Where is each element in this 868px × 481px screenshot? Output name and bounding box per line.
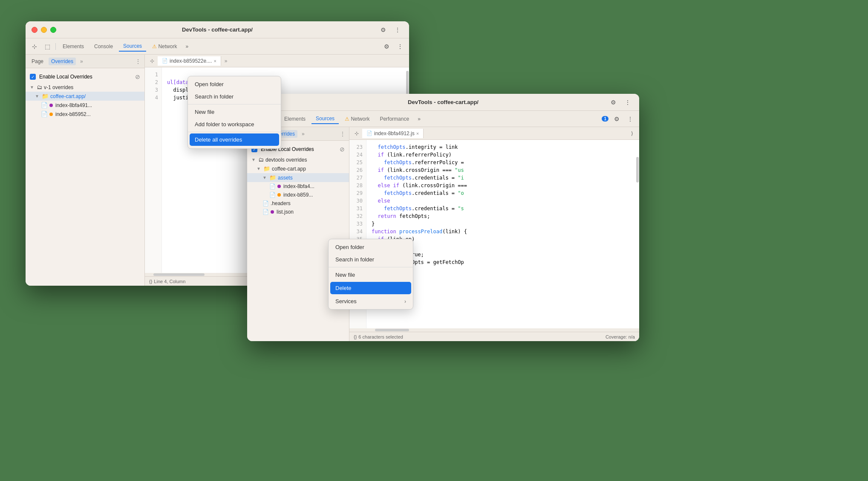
dot-purple1-front bbox=[277, 185, 281, 188]
tab-more-front[interactable]: » bbox=[415, 114, 423, 124]
close-button-back[interactable] bbox=[32, 27, 37, 33]
toolbar-front: ⊹ ⬚ Elements Sources ⚠ Network Performan… bbox=[247, 111, 639, 127]
editor-tab-close-front[interactable]: × bbox=[416, 131, 419, 136]
settings-icon-back[interactable]: ⚙ bbox=[381, 41, 392, 52]
window-title-back: DevTools - coffee-cart.app/ bbox=[182, 26, 253, 33]
more-options-back[interactable]: ⋮ bbox=[395, 41, 406, 52]
warn-icon-front: ⚠ bbox=[345, 116, 349, 122]
file-icon2-front: 📄 bbox=[269, 192, 276, 198]
editor-tab-icon-back: 📄 bbox=[162, 58, 168, 64]
file-icon1-front: 📄 bbox=[269, 183, 276, 189]
scrollbar-thumb-back bbox=[406, 71, 409, 96]
more-icon-back[interactable]: ⋮ bbox=[392, 24, 403, 35]
menu-new-file-front[interactable]: New file bbox=[329, 269, 349, 281]
minimize-button-back[interactable] bbox=[41, 27, 47, 33]
context-menu-front: Open folder Search in folder New file De… bbox=[328, 239, 349, 310]
menu-divider2-back bbox=[188, 132, 281, 132]
tab-console-back[interactable]: Console bbox=[90, 42, 117, 51]
dot-orange1-back bbox=[49, 113, 53, 116]
tree-child-front[interactable]: ▼ 📁 coffee-cart.app bbox=[247, 164, 349, 173]
tab-elements-back[interactable]: Elements bbox=[58, 42, 88, 51]
sidebar-tab-more-front[interactable]: » bbox=[300, 130, 306, 138]
settings-icon-front[interactable]: ⚙ bbox=[611, 113, 622, 125]
editor-collapse-icon-front[interactable]: ⟩ bbox=[626, 128, 637, 139]
code-line-24-front: if (link.referrerPolicy) bbox=[372, 151, 634, 159]
tree-root-front[interactable]: ▼ 🗂 devtools overrides bbox=[247, 155, 349, 164]
cursor-icon-back[interactable]: ⊹ bbox=[29, 41, 40, 52]
tab-sources-back[interactable]: Sources bbox=[119, 41, 146, 52]
window-title-front: DevTools - coffee-cart.app/ bbox=[408, 99, 479, 105]
tree-file1-front[interactable]: 📄 index-8bfa4... bbox=[247, 182, 349, 191]
editor-tabs-back: ⊹ 📄 index-b859522e.... × » bbox=[145, 55, 409, 67]
editor-toggle-icon-back[interactable]: ⊹ bbox=[147, 55, 158, 67]
file-icon2-back: 📄 bbox=[41, 111, 48, 117]
tree-file1-back[interactable]: 📄 index-8bfa491... bbox=[26, 101, 144, 110]
tree-file2-back[interactable]: 📄 index-b85952... bbox=[26, 110, 144, 119]
menu-open-folder-back[interactable]: Open folder bbox=[188, 78, 281, 90]
tab-performance-front[interactable]: Performance bbox=[375, 114, 413, 124]
more-options-front[interactable]: ⋮ bbox=[625, 113, 636, 125]
tab-more-back[interactable]: » bbox=[183, 42, 191, 51]
code-line-33-front: } bbox=[372, 220, 634, 228]
editor-toggle-icon-front[interactable]: ⊹ bbox=[351, 128, 362, 139]
sidebar-tab-overrides-back[interactable]: Overrides bbox=[49, 58, 76, 65]
hscrollbar-front[interactable] bbox=[349, 328, 639, 332]
scrollbar-thumb-front bbox=[636, 157, 639, 183]
more-icon-front[interactable]: ⋮ bbox=[622, 97, 633, 108]
editor-tab-more-back[interactable]: » bbox=[221, 56, 231, 66]
menu-delete-front[interactable]: Delete bbox=[330, 282, 349, 294]
tree-file2-front[interactable]: 📄 index-b859... bbox=[247, 191, 349, 199]
device-icon-back[interactable]: ⬚ bbox=[42, 41, 53, 52]
code-line-31-front: fetchOpts.credentials = "s bbox=[372, 205, 634, 212]
separator-back bbox=[55, 43, 56, 50]
sidebar-more-button-front[interactable]: ⋮ bbox=[340, 130, 346, 137]
tab-sources-front[interactable]: Sources bbox=[311, 114, 339, 124]
editor-tab-close-back[interactable]: × bbox=[213, 58, 216, 64]
menu-open-folder-front[interactable]: Open folder bbox=[329, 241, 349, 253]
tab-network-front[interactable]: ⚠ Network bbox=[340, 114, 374, 124]
status-item-curly-back[interactable]: {} Line 4, Column bbox=[149, 279, 185, 284]
tree-arrow-child-back: ▼ bbox=[35, 94, 40, 99]
devtools-window-front: DevTools - coffee-cart.app/ ⚙ ⋮ ⊹ ⬚ Elem… bbox=[247, 94, 639, 341]
tab-elements-front[interactable]: Elements bbox=[280, 114, 310, 124]
tree-arrow-grand-front: ▼ bbox=[262, 175, 268, 180]
sidebar-tab-page-back[interactable]: Page bbox=[29, 58, 46, 65]
file-icon1-back: 📄 bbox=[41, 102, 48, 108]
menu-add-folder-back[interactable]: Add folder to workspace bbox=[188, 118, 281, 130]
override-row-back: ✓ Enable Local Overrides ⊘ bbox=[26, 71, 144, 83]
sidebar-tab-more-back[interactable]: » bbox=[78, 58, 85, 65]
gear-icon-back[interactable]: ⚙ bbox=[378, 24, 389, 35]
scrollbar-track-front[interactable] bbox=[636, 140, 639, 328]
menu-search-folder-back[interactable]: Search in folder bbox=[188, 90, 281, 103]
menu-divider1-back bbox=[188, 104, 281, 104]
maximize-button-back[interactable] bbox=[50, 27, 56, 33]
menu-delete-all-back[interactable]: Delete all overrides bbox=[190, 133, 279, 146]
menu-services-front[interactable]: Services › bbox=[329, 295, 349, 307]
no-symbol-icon-back[interactable]: ⊘ bbox=[135, 73, 140, 80]
title-bar-front: DevTools - coffee-cart.app/ ⚙ ⋮ bbox=[247, 94, 639, 111]
title-bar-back: DevTools - coffee-cart.app/ ⚙ ⋮ bbox=[26, 21, 409, 38]
content-area-front: Page Overrides » ⋮ ✓ Enable Local Overri… bbox=[247, 127, 639, 341]
editor-tab-file-back[interactable]: 📄 index-b859522e.... × bbox=[158, 56, 221, 66]
editor-tab-file-front[interactable]: 📄 index-8bfa4912.js × bbox=[362, 129, 424, 138]
curly-icon-back: {} bbox=[149, 279, 152, 284]
editor-tabs-front: ⊹ 📄 index-8bfa4912.js × ⟩ bbox=[349, 127, 639, 140]
code-line-25-front: fetchOpts.referrerPolicy = bbox=[372, 159, 634, 166]
code-line-30-front: else bbox=[372, 197, 634, 205]
folder-icon-grand-front: 📁 bbox=[269, 174, 276, 181]
gear-icon-front[interactable]: ⚙ bbox=[608, 97, 619, 108]
menu-search-folder-front[interactable]: Search in folder bbox=[329, 253, 349, 266]
tree-grandchild-front[interactable]: ▼ 📁 assets bbox=[247, 173, 349, 182]
tree-file3-front[interactable]: 📄 .headers bbox=[247, 199, 349, 208]
tab-network-back[interactable]: ⚠ Network bbox=[148, 42, 181, 51]
enable-overrides-checkbox-back[interactable]: ✓ bbox=[30, 74, 36, 80]
tree-root-back[interactable]: ▼ 🗂 v-1 overrides bbox=[26, 83, 144, 92]
menu-new-file-back[interactable]: New file bbox=[188, 106, 281, 118]
editor-tab-icon-front: 📄 bbox=[366, 130, 372, 136]
tree-file4-front[interactable]: 📄 list.json bbox=[247, 208, 349, 216]
sidebar-more-button-back[interactable]: ⋮ bbox=[135, 58, 141, 65]
status-item-curly-front[interactable]: {} 6 characters selected bbox=[354, 334, 403, 339]
tree-child-back[interactable]: ▼ 📁 coffee-cart.app/ bbox=[26, 92, 144, 101]
status-coverage-front: Coverage: n/a bbox=[606, 334, 635, 339]
no-symbol-icon-front[interactable]: ⊘ bbox=[340, 146, 345, 153]
